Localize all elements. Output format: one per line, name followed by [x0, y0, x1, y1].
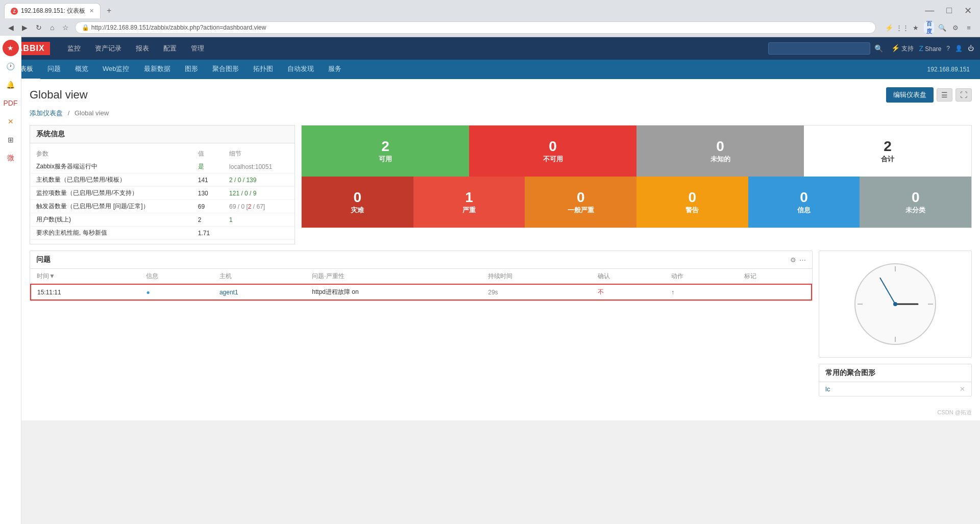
new-tab-button[interactable]: +: [103, 4, 115, 17]
problem-cell: 15:11:11: [31, 284, 140, 300]
subnav-maps[interactable]: 拓扑图: [246, 59, 280, 80]
graph-link[interactable]: lc: [825, 385, 830, 393]
sysinfo-row: 用户数(线上)21: [30, 213, 295, 227]
problems-widget: 问题 ⚙ ⋯ 时间▼信息主机问题·严重性持续时间确认动作标记 15:11:11●…: [30, 251, 813, 396]
sysinfo-param: 要求的主机性能, 每秒新值: [30, 227, 192, 240]
sysinfo-detail: [223, 227, 295, 240]
logout-icon[interactable]: ⏻: [968, 45, 974, 52]
bookmark-btn[interactable]: ☆: [60, 22, 71, 33]
graph-item-lc[interactable]: lc ✕: [819, 382, 971, 396]
sysinfo-value: 69: [192, 200, 223, 213]
nav-reports[interactable]: 报表: [129, 38, 156, 59]
sidebar-clock-icon[interactable]: 🕐: [3, 58, 19, 74]
subnav-webmon[interactable]: Web监控: [95, 59, 137, 80]
tab-close-btn[interactable]: ✕: [89, 8, 94, 14]
avail-available: 2 可用: [302, 126, 469, 177]
tab-title: 192.168.89.151: 仪表板: [21, 7, 85, 15]
breadcrumb: 添加仪表盘 / Global view: [30, 109, 972, 118]
problems-settings-icon[interactable]: ⚙: [790, 256, 796, 264]
search-icon[interactable]: 🔍: [874, 44, 883, 53]
problems-col-header: 信息: [140, 269, 213, 284]
home-btn[interactable]: ⌂: [48, 22, 56, 33]
clock-face: [854, 263, 936, 345]
sysinfo-param: 用户数(线上): [30, 213, 192, 227]
support-link[interactable]: ⚡ 支持: [891, 44, 914, 53]
sidebar-grid-icon[interactable]: ⊞: [3, 132, 19, 148]
sysinfo-detail: 2 / 0 / 139: [223, 173, 295, 187]
problems-more-icon[interactable]: ⋯: [799, 256, 806, 264]
problems-col-header: 主机: [213, 269, 306, 284]
edit-dashboard-btn[interactable]: 编辑仪表盘: [886, 87, 934, 103]
fullscreen-btn[interactable]: ⛶: [955, 88, 972, 102]
url-bar[interactable]: 🔒 http://192.168.89.151/zabbix/zabbix.ph…: [75, 21, 876, 34]
sysinfo-param: 监控项数量（已启用/已禁用/不支持）: [30, 187, 192, 200]
page-header: Global view 编辑仪表盘 ☰ ⛶: [30, 87, 972, 103]
problem-cell: httpd进程故障 on: [306, 284, 482, 300]
subnav-discovery[interactable]: 自动发现: [280, 59, 321, 80]
col-detail: 细节: [223, 147, 295, 160]
user-icon[interactable]: 👤: [955, 45, 963, 52]
sidebar-star-icon[interactable]: ★: [3, 40, 19, 56]
forward-btn[interactable]: ▶: [20, 22, 30, 33]
page-title: Global view: [30, 88, 88, 102]
col-param: 参数: [30, 147, 192, 160]
nav-assets[interactable]: 资产记录: [88, 38, 129, 59]
top-nav: ZABBIX 监控 资产记录 报表 配置 管理 🔍 ⚡ 支持 Z Share ?…: [0, 37, 980, 60]
menu-icon[interactable]: ≡: [964, 22, 974, 33]
nav-admin[interactable]: 管理: [184, 38, 211, 59]
maximize-btn[interactable]: □: [942, 5, 956, 16]
problem-row: 15:11:11●agent1httpd进程故障 on29s不↑: [31, 284, 812, 300]
subnav-services[interactable]: 服务: [321, 59, 349, 80]
browser-tab[interactable]: Z 192.168.89.151: 仪表板 ✕: [4, 3, 101, 18]
lightning-icon: ⚡: [884, 22, 894, 33]
reload-btn[interactable]: ↻: [34, 22, 44, 33]
subnav-latest[interactable]: 最新数据: [137, 59, 178, 80]
subnav-overview[interactable]: 概览: [68, 59, 95, 80]
sidebar-pdf-icon[interactable]: PDF: [3, 95, 19, 111]
clock-minute-hand: [879, 278, 896, 305]
sysinfo-value: 141: [192, 173, 223, 187]
subnav-screens[interactable]: 聚合图形: [205, 59, 246, 80]
sysinfo-detail: 69 / 0 [2 / 67]: [223, 200, 295, 213]
sidebar-bell-icon[interactable]: 🔔: [3, 77, 19, 93]
baidu-icon[interactable]: 百度: [924, 22, 934, 33]
search-input[interactable]: [768, 42, 870, 55]
tab-favicon: Z: [11, 8, 18, 15]
system-info-header: 系统信息: [30, 126, 295, 143]
clock-hour-hand: [895, 304, 918, 305]
share-link[interactable]: Z Share: [919, 44, 941, 53]
subnav-problems[interactable]: 问题: [40, 59, 68, 80]
footer: CSDN @拓道: [0, 405, 980, 420]
back-btn[interactable]: ◀: [6, 22, 16, 33]
avail-severity-panel: 2 可用 0 不可用 0 未知的: [301, 125, 972, 244]
subnav-graphs[interactable]: 图形: [178, 59, 205, 80]
apps-icon[interactable]: ⋮⋮: [897, 22, 908, 33]
list-view-btn[interactable]: ☰: [937, 88, 952, 102]
nav-config[interactable]: 配置: [156, 38, 184, 59]
close-btn[interactable]: ✕: [960, 5, 976, 16]
help-icon[interactable]: ?: [946, 45, 950, 52]
sidebar-weibo-icon[interactable]: 微: [3, 150, 19, 166]
severity-block: 0警告: [636, 177, 748, 228]
sysinfo-row: 触发器数量（已启用/已禁用 [问题/正常]）6969 / 0 [2 / 67]: [30, 200, 295, 213]
extensions-icon[interactable]: ⚙: [950, 22, 961, 33]
problems-col-header: 问题·严重性: [306, 269, 482, 284]
minimize-btn[interactable]: —: [921, 5, 938, 16]
search-icon[interactable]: 🔍: [937, 22, 947, 33]
problems-table: 时间▼信息主机问题·严重性持续时间确认动作标记 15:11:11●agent1h…: [30, 269, 812, 301]
star-icon[interactable]: ★: [911, 22, 921, 33]
problems-title: 问题: [36, 255, 790, 264]
severity-block: 1严重: [413, 177, 525, 228]
top-nav-items: 监控 资产记录 报表 配置 管理: [60, 38, 211, 59]
nav-monitor[interactable]: 监控: [60, 38, 88, 59]
avail-unknown: 0 未知的: [636, 126, 804, 177]
problems-header: 问题 ⚙ ⋯: [30, 251, 812, 269]
sub-nav: 仪表板 问题 概览 Web监控 最新数据 图形 聚合图形 拓扑图 自动发现 服务…: [0, 60, 980, 79]
sysinfo-value: 130: [192, 187, 223, 200]
clock-widget: [819, 251, 972, 358]
graph-close-icon[interactable]: ✕: [960, 385, 965, 393]
avail-unavailable: 0 不可用: [469, 126, 636, 177]
sidebar-x-icon[interactable]: ✕: [3, 113, 19, 130]
breadcrumb-home[interactable]: 添加仪表盘: [30, 109, 63, 117]
sysinfo-detail: 1: [223, 213, 295, 227]
